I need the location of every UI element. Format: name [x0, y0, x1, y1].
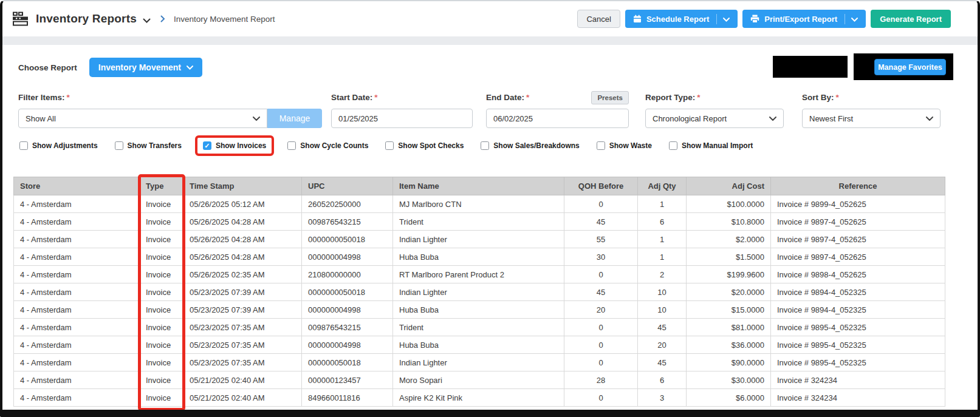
calendar-icon: [633, 15, 642, 23]
checkbox-checked-icon[interactable]: ✓: [203, 141, 211, 150]
cell-upc: 000000050018: [302, 354, 393, 371]
checkbox-show-adjustments[interactable]: Show Adjustments: [19, 141, 98, 150]
sort-by-select[interactable]: Newest First: [802, 109, 941, 128]
table-row: 4 - AmsterdamInvoice05/21/2025 02:40 AM8…: [14, 389, 945, 407]
cell-qoh-before: 0: [564, 195, 638, 213]
cell-item-name: Huba Buba: [393, 301, 564, 319]
cell-adj-qty: 1: [638, 195, 687, 213]
presets-button[interactable]: Presets: [591, 91, 629, 104]
cell-time-stamp: 05/23/2025 07:39 AM: [183, 283, 302, 301]
cell-adj-cost: $90.0000: [687, 354, 771, 371]
cell-adj-cost: $20.0000: [687, 283, 771, 301]
cell-adj-cost: $30.0000: [687, 371, 771, 389]
column-header-reference: Reference: [771, 177, 945, 195]
cell-item-name: Trident: [393, 213, 564, 231]
end-date-input[interactable]: [486, 109, 629, 128]
chevron-down-icon: [187, 66, 193, 70]
checkbox-show-sales-breakdowns[interactable]: Show Sales/Breakdowns: [481, 141, 579, 150]
chevron-down-icon: [926, 117, 933, 121]
cell-adj-cost: $199.9600: [687, 266, 771, 283]
cell-item-name: Aspire K2 Kit Pink: [393, 389, 564, 407]
cell-reference: Invoice # 9897-4_052625: [771, 248, 945, 266]
manage-favorites-button[interactable]: Manage Favorites: [874, 59, 946, 75]
cell-adj-qty: 10: [638, 301, 687, 319]
cell-upc: 849660011816: [302, 389, 393, 407]
button-divider: [845, 14, 845, 24]
generate-report-button[interactable]: Generate Report: [871, 10, 951, 28]
checkbox-unchecked-icon[interactable]: [669, 141, 677, 150]
checkbox-unchecked-icon[interactable]: [115, 141, 123, 150]
cell-time-stamp: 05/26/2025 04:28 AM: [183, 231, 302, 248]
cell-adj-cost: $1.5000: [687, 248, 771, 266]
cell-adj-cost: $6.0000: [687, 389, 771, 407]
cell-qoh-before: 0: [564, 336, 638, 354]
redacted-block: [773, 56, 848, 78]
filter-items-select[interactable]: Show All: [18, 109, 267, 128]
required-asterisk: *: [374, 93, 377, 102]
cell-adj-qty: 45: [638, 354, 687, 371]
checkbox-show-waste[interactable]: Show Waste: [597, 141, 652, 150]
chevron-down-icon[interactable]: [723, 15, 730, 24]
cell-time-stamp: 05/23/2025 07:35 AM: [183, 336, 302, 354]
cell-adj-cost: $36.0000: [687, 336, 771, 354]
chevron-down-icon[interactable]: [851, 15, 858, 24]
manage-filter-button[interactable]: Manage: [267, 109, 322, 128]
required-asterisk: *: [836, 93, 839, 102]
cell-reference: Invoice # 9899-4_052625: [771, 195, 945, 213]
chevron-down-icon[interactable]: [143, 15, 151, 25]
cell-upc: 260520250000: [302, 195, 393, 213]
schedule-report-button[interactable]: Schedule Report: [625, 10, 738, 28]
page-title: Inventory Reports: [36, 12, 137, 25]
checkbox-row: Show AdjustmentsShow Transfers✓Show Invo…: [19, 134, 978, 157]
print-export-report-button[interactable]: Print/Export Report: [742, 10, 866, 28]
checkbox-unchecked-icon[interactable]: [597, 141, 605, 150]
cell-time-stamp: 05/26/2025 04:28 AM: [183, 248, 302, 266]
cell-reference: Invoice # 9897-4_052625: [771, 213, 945, 231]
filter-items-value: Show All: [26, 114, 56, 123]
cell-store: 4 - Amsterdam: [14, 371, 140, 389]
checkbox-unchecked-icon[interactable]: [481, 141, 489, 150]
start-date-input[interactable]: [331, 109, 473, 128]
cell-store: 4 - Amsterdam: [14, 319, 140, 336]
column-header-time-stamp: Time Stamp: [183, 177, 302, 195]
cell-type: Invoice: [140, 301, 183, 319]
checkbox-show-transfers[interactable]: Show Transfers: [115, 141, 182, 150]
cell-type: Invoice: [140, 319, 183, 336]
cell-adj-cost: $81.0000: [687, 319, 771, 336]
column-header-store: Store: [14, 177, 140, 195]
cell-adj-qty: 45: [638, 319, 687, 336]
checkbox-show-invoices[interactable]: ✓Show Invoices: [195, 135, 274, 156]
checkbox-unchecked-icon[interactable]: [19, 141, 28, 150]
table-row: 4 - AmsterdamInvoice05/26/2025 04:28 AM0…: [14, 213, 945, 231]
table-row: 4 - AmsterdamInvoice05/26/2025 05:12 AM2…: [14, 195, 945, 213]
report-type-select[interactable]: Chronological Report: [645, 109, 784, 128]
button-divider: [716, 14, 717, 24]
schedule-report-label: Schedule Report: [646, 15, 709, 24]
redacted-block: Manage Favorites: [854, 53, 953, 80]
checkbox-show-manual-import[interactable]: Show Manual Import: [669, 141, 753, 150]
cell-adj-cost: $2.0000: [687, 231, 771, 248]
chevron-down-icon: [253, 117, 260, 121]
table-row: 4 - AmsterdamInvoice05/23/2025 07:35 AM0…: [14, 319, 945, 336]
cell-qoh-before: 30: [564, 248, 638, 266]
cancel-button[interactable]: Cancel: [577, 10, 620, 28]
cell-item-name: RT Marlboro Parent Product 2: [393, 266, 564, 283]
cell-adj-cost: $10.8000: [687, 213, 771, 231]
sort-by-label: Sort By:*: [802, 93, 941, 104]
cell-store: 4 - Amsterdam: [14, 195, 140, 213]
checkbox-show-spot-checks[interactable]: Show Spot Checks: [385, 141, 464, 150]
checkbox-unchecked-icon[interactable]: [287, 141, 296, 150]
cell-adj-qty: 1: [638, 231, 687, 248]
checkbox-label: Show Spot Checks: [398, 141, 464, 150]
checkbox-label: Show Waste: [609, 141, 652, 150]
checkbox-show-cycle-counts[interactable]: Show Cycle Counts: [287, 141, 368, 150]
cell-type: Invoice: [140, 195, 183, 213]
checkbox-label: Show Invoices: [216, 141, 266, 150]
cell-qoh-before: 45: [564, 213, 638, 231]
cell-reference: Invoice # 9898-4_052625: [771, 266, 945, 283]
report-selector-dropdown[interactable]: Inventory Movement: [89, 58, 202, 77]
cell-adj-cost: $100.0000: [687, 195, 771, 213]
inventory-reports-page: Inventory Reports Inventory Movement Rep…: [0, 0, 980, 417]
breadcrumb: Inventory Reports Inventory Movement Rep…: [12, 12, 577, 26]
checkbox-unchecked-icon[interactable]: [385, 141, 394, 150]
